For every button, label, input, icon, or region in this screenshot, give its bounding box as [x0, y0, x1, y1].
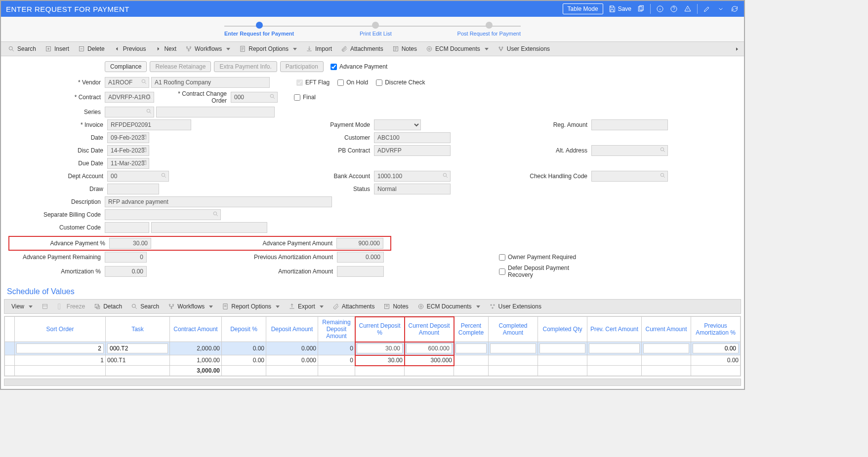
step-post-request[interactable]: Post Request for Payment [457, 22, 521, 37]
alt-address-input[interactable] [591, 145, 668, 156]
advance-payment-checkbox[interactable]: Advance Payment [331, 63, 387, 70]
reg-amount-input[interactable] [591, 119, 668, 130]
sov-freeze-button[interactable]: Freeze [53, 301, 89, 312]
col-cdp[interactable]: Current Deposit % [355, 317, 405, 342]
adv-pct-input[interactable] [109, 238, 151, 249]
description-input[interactable] [105, 196, 332, 207]
table-row[interactable]: 2,000.000.000.0000 [5, 342, 741, 355]
col-ca[interactable]: Contract Amount [170, 317, 222, 342]
cco-input[interactable] [231, 92, 278, 103]
defer-deposit-checkbox[interactable]: Defer Deposit Payment Recovery [499, 265, 582, 278]
copy-icon[interactable] [636, 4, 645, 13]
vendor-name-input[interactable] [151, 77, 270, 88]
bank-account-input[interactable] [374, 171, 451, 182]
status-input[interactable] [374, 184, 451, 194]
cell-input[interactable] [406, 343, 452, 353]
sov-report-button[interactable]: Report Options [218, 301, 284, 312]
sov-userext-button[interactable]: User Extensions [485, 301, 545, 312]
sov-ecm-button[interactable]: ECM Documents [413, 301, 484, 312]
tab-release-retainage[interactable]: Release Retainage [150, 61, 211, 72]
onhold-checkbox[interactable]: On Hold [337, 79, 368, 86]
vendor-input[interactable] [105, 77, 149, 88]
col-pca[interactable]: Prev. Cert Amount [587, 317, 642, 342]
cell-input[interactable] [16, 343, 104, 353]
insert-button[interactable]: Insert [41, 43, 73, 54]
toolbar-scroll-icon[interactable] [736, 47, 738, 50]
cell-input[interactable] [539, 343, 585, 353]
cell-input[interactable] [490, 343, 536, 353]
previous-button[interactable]: Previous [110, 43, 150, 54]
adv-rem-input[interactable] [105, 252, 147, 263]
delete-button[interactable]: Delete [74, 43, 109, 54]
final-checkbox[interactable]: Final [294, 94, 316, 101]
horizontal-scrollbar[interactable] [4, 379, 741, 386]
info-icon[interactable] [656, 4, 664, 13]
help-icon[interactable] [669, 4, 678, 13]
user-ext-button[interactable]: User Extensions [494, 43, 554, 54]
draw-input[interactable] [107, 184, 159, 194]
attachments-button[interactable]: Attachments [337, 43, 387, 54]
notes-button[interactable]: Notes [388, 43, 421, 54]
col-dp[interactable]: Deposit % [222, 317, 266, 342]
import-button[interactable]: Import [302, 43, 336, 54]
customer-input[interactable] [374, 132, 451, 143]
cell-input[interactable] [357, 343, 403, 353]
sov-detach-button[interactable]: Detach [90, 301, 126, 312]
col-da[interactable]: Deposit Amount [266, 317, 318, 342]
customer-code-input[interactable] [105, 222, 149, 233]
invoice-input[interactable] [107, 119, 191, 130]
series-input[interactable] [105, 107, 154, 117]
cell-input[interactable] [589, 343, 640, 353]
prev-amort-input[interactable] [337, 252, 384, 263]
customer-code-desc-input[interactable] [151, 222, 267, 233]
pb-contract-input[interactable] [374, 145, 451, 156]
adv-amt-input[interactable] [336, 238, 383, 249]
report-options-button[interactable]: Report Options [235, 43, 301, 54]
owner-pay-checkbox[interactable]: Owner Payment Required [499, 254, 576, 261]
step-print-edit[interactable]: Print Edit List [360, 22, 392, 37]
tab-extra-payment[interactable]: Extra Payment Info. [214, 61, 277, 72]
sov-view-button[interactable]: View [7, 301, 37, 312]
col-cda[interactable]: Current Deposit Amount [405, 317, 454, 342]
alert-icon[interactable] [683, 4, 692, 13]
col-cma[interactable]: Completed Amount [489, 317, 538, 342]
edit-icon[interactable] [703, 4, 711, 13]
contract-input[interactable] [105, 92, 154, 103]
amort-pct-input[interactable] [105, 266, 147, 277]
dropdown-icon[interactable] [716, 4, 725, 13]
table-mode-button[interactable]: Table Mode [563, 3, 603, 14]
cell-input[interactable] [107, 343, 168, 353]
search-button[interactable]: Search [4, 43, 40, 54]
calendar-icon[interactable] [141, 134, 147, 142]
sov-attachments-button[interactable]: Attachments [329, 301, 379, 312]
payment-mode-select[interactable] [374, 119, 421, 130]
table-row[interactable]: 1000.T11,000.000.000.000030.00300.0000.0… [5, 355, 741, 366]
col-sort[interactable]: Sort Order [15, 317, 106, 342]
check-handling-input[interactable] [591, 171, 668, 182]
col-cq[interactable]: Completed Qty [538, 317, 587, 342]
refresh-icon[interactable] [730, 4, 739, 13]
col-cur[interactable]: Current Amount [642, 317, 691, 342]
sov-search-button[interactable]: Search [127, 301, 163, 312]
cell-input[interactable] [455, 343, 487, 353]
sov-export-button[interactable]: Export [285, 301, 328, 312]
discrete-checkbox[interactable]: Discrete Check [376, 79, 425, 86]
col-rd[interactable]: Remaining Deposit Amount [318, 317, 355, 342]
sov-notes-button[interactable]: Notes [379, 301, 412, 312]
dept-account-input[interactable] [107, 171, 169, 182]
col-task[interactable]: Task [106, 317, 170, 342]
amort-amt-input[interactable] [337, 266, 384, 277]
series-desc-input[interactable] [156, 107, 275, 117]
sov-format-icon[interactable] [38, 301, 52, 312]
tab-compliance[interactable]: Compliance [105, 61, 147, 72]
workflows-button[interactable]: Workflows [181, 43, 234, 54]
save-button[interactable]: Save [608, 4, 631, 13]
step-enter-request[interactable]: Enter Request for Payment [224, 22, 294, 37]
sov-workflows-button[interactable]: Workflows [164, 301, 217, 312]
eft-checkbox[interactable]: EFT Flag [296, 79, 330, 86]
next-button[interactable]: Next [151, 43, 180, 54]
cell-input[interactable] [643, 343, 689, 353]
col-pap[interactable]: Previous Amortization % [691, 317, 741, 342]
cell-input[interactable] [693, 343, 739, 353]
tab-participation[interactable]: Participation [280, 61, 324, 72]
